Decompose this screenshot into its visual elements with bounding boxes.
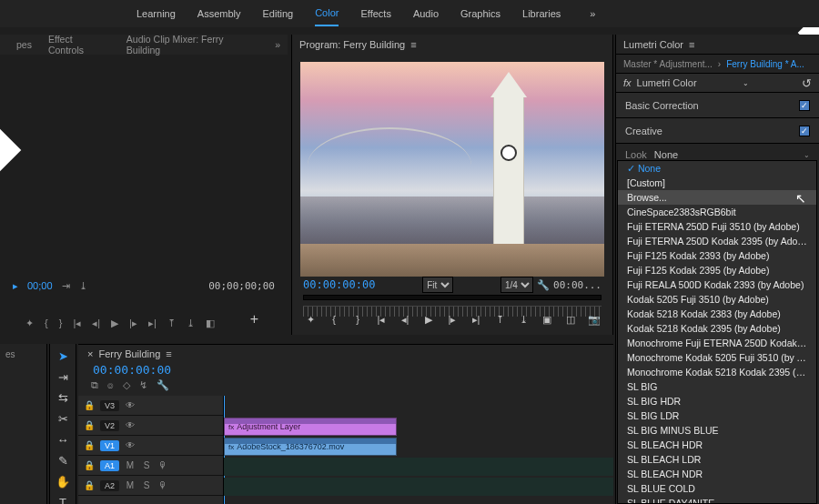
source-tab-effect-controls[interactable]: Effect Controls — [48, 34, 110, 55]
look-menu-item[interactable]: Fuji ETERNA 250D Fuji 3510 (by Adobe) — [618, 219, 816, 234]
chevron-down-icon[interactable]: ⌄ — [804, 151, 810, 159]
look-menu-item[interactable]: CineSpace2383sRGB6bit — [618, 205, 816, 219]
ripple-edit-tool-icon[interactable]: ⇆ — [55, 391, 71, 405]
look-menu-item[interactable]: Kodak 5205 Fuji 3510 (by Adobe) — [618, 292, 816, 307]
workspace-tab-editing[interactable]: Editing — [263, 2, 294, 25]
workspace-tab-graphics[interactable]: Graphics — [460, 2, 500, 25]
lock-icon[interactable]: 🔒 — [84, 480, 95, 490]
track-area[interactable]: :00:0000:00:04:2300:00:09:2300:00:14:230… — [224, 396, 613, 504]
chevron-down-icon[interactable]: ⌄ — [743, 79, 749, 87]
selection-tool-icon[interactable]: ➤ — [55, 349, 71, 363]
look-menu-item[interactable]: Fuji F125 Kodak 2393 (by Adobe) — [618, 248, 816, 263]
look-menu-item[interactable]: SL BIG HDR — [618, 394, 816, 408]
goto-out-icon[interactable]: ▸| — [470, 314, 482, 326]
mark-in-icon[interactable]: { — [45, 318, 48, 328]
workspace-tab-effects[interactable]: Effects — [360, 2, 390, 25]
section-enable-checkbox[interactable]: ✓ — [799, 126, 810, 136]
zoom-fit-select[interactable]: Fit — [422, 277, 453, 293]
overwrite-icon[interactable]: ⤓ — [79, 280, 87, 292]
timeline-playhead-tc[interactable]: 00:00:00:00 — [78, 363, 613, 379]
hand-tool-icon[interactable]: ✋ — [55, 475, 71, 489]
solo-icon[interactable]: S — [141, 480, 152, 490]
sequence-name[interactable]: Ferry Building — [98, 348, 160, 359]
track-label[interactable]: A2 — [100, 480, 119, 491]
look-dropdown-menu[interactable]: None[Custom]Browse...CineSpace2383sRGB6b… — [617, 160, 817, 504]
add-marker-icon[interactable]: ✦ — [25, 318, 34, 329]
panel-menu-icon[interactable]: ≡ — [410, 39, 416, 50]
track-header-v2[interactable]: 🔒V2👁 — [78, 416, 223, 436]
look-menu-item[interactable]: SL BLEACH NDR — [618, 467, 816, 481]
play-icon[interactable]: ▶ — [422, 314, 435, 326]
look-menu-item[interactable]: Kodak 5218 Kodak 2383 (by Adobe) — [618, 307, 816, 321]
lift-icon[interactable]: ⤒ — [493, 314, 506, 326]
step-fwd-icon[interactable]: |▸ — [129, 318, 137, 329]
look-menu-item[interactable]: Monochrome Kodak 5218 Kodak 2395 (by Ado… — [618, 365, 816, 379]
look-menu-item[interactable]: Monochrome Fuji ETERNA 250D Kodak 2395 (… — [618, 336, 816, 350]
goto-in-icon[interactable]: |◂ — [375, 314, 388, 326]
track-header-a2[interactable]: 🔒A2MS🎙 — [78, 476, 223, 496]
reset-effect-icon[interactable]: ↺ — [802, 76, 812, 90]
add-marker-icon[interactable]: ✦ — [304, 314, 317, 326]
step-back-icon[interactable]: ◂| — [92, 318, 100, 329]
mark-in-icon[interactable]: { — [328, 314, 340, 325]
step-back-icon[interactable]: ◂| — [399, 314, 411, 326]
marker-in-icon[interactable]: ▸ — [13, 280, 18, 292]
lock-icon[interactable]: 🔒 — [84, 400, 95, 410]
source-tab-audio-mixer[interactable]: Audio Clip Mixer: Ferry Building — [126, 34, 258, 55]
track-header-v1[interactable]: 🔒V1👁 — [78, 436, 223, 456]
crumb-sequence[interactable]: Ferry Building * A... — [726, 59, 804, 69]
look-menu-item[interactable]: SL BIG MINUS BLUE — [618, 423, 816, 438]
track-header-v3[interactable]: 🔒V3👁 — [78, 396, 223, 416]
effect-name[interactable]: Lumetri Color — [637, 77, 697, 88]
step-fwd-icon[interactable]: |▸ — [446, 314, 459, 326]
workspace-tab-audio[interactable]: Audio — [413, 2, 439, 25]
mute-icon[interactable]: M — [125, 480, 136, 490]
panel-menu-icon[interactable]: ≡ — [689, 39, 694, 50]
audio-track-area[interactable] — [224, 478, 613, 496]
clip-adjustment-layer[interactable]: fx Adjustment Layer — [224, 418, 397, 436]
look-menu-item[interactable]: SL BIG LDR — [618, 408, 816, 423]
look-menu-item[interactable]: Kodak 5218 Kodak 2395 (by Adobe) — [618, 321, 816, 336]
goto-out-icon[interactable]: ▸| — [148, 318, 157, 329]
lock-icon[interactable]: 🔒 — [84, 460, 95, 470]
workspace-tab-assembly[interactable]: Assembly — [197, 2, 241, 25]
look-menu-item[interactable]: [Custom] — [618, 176, 816, 190]
play-icon[interactable]: ▶ — [111, 318, 118, 329]
look-menu-item[interactable]: Fuji F125 Kodak 2395 (by Adobe) — [618, 263, 816, 277]
track-label[interactable]: A1 — [100, 460, 119, 471]
insert-clip-icon[interactable]: ⤒ — [167, 318, 176, 329]
crumb-master[interactable]: Master * Adjustment... — [623, 59, 713, 69]
look-dropdown[interactable]: None — [654, 149, 796, 160]
look-menu-item[interactable]: SL BLUE COLD — [618, 481, 816, 496]
look-menu-item[interactable]: SL BLEACH HDR — [618, 438, 816, 452]
toggle-output-icon[interactable]: 👁 — [125, 440, 136, 450]
source-tabs-overflow-icon[interactable]: » — [275, 39, 280, 50]
panel-menu-icon[interactable]: ≡ — [166, 348, 171, 359]
track-label[interactable]: V3 — [100, 400, 119, 411]
settings-icon[interactable]: 🔧 — [537, 279, 550, 291]
solo-icon[interactable]: S — [141, 460, 152, 470]
mute-icon[interactable]: M — [125, 460, 136, 470]
voiceover-icon[interactable]: 🎙 — [157, 460, 168, 470]
section-enable-checkbox[interactable]: ✓ — [799, 100, 810, 111]
pen-tool-icon[interactable]: ✎ — [55, 454, 71, 468]
look-menu-item[interactable]: None — [618, 161, 816, 176]
linked-selection-icon[interactable]: ⌾ — [107, 379, 114, 394]
wrench-icon[interactable]: 🔧 — [157, 379, 169, 394]
slip-tool-icon[interactable]: ↔ — [55, 433, 71, 447]
audio-track-area[interactable] — [224, 458, 613, 476]
track-select-tool-icon[interactable]: ⇥ — [55, 370, 71, 384]
razor-tool-icon[interactable]: ✂ — [55, 412, 71, 426]
camera-icon[interactable]: 📷 — [588, 314, 601, 326]
marker-icon[interactable]: ◇ — [123, 379, 130, 394]
toggle-output-icon[interactable]: 👁 — [125, 400, 136, 410]
track-label[interactable]: V2 — [100, 420, 119, 431]
section-creative[interactable]: Creative ✓ — [616, 118, 819, 144]
button-editor-icon[interactable]: + — [250, 311, 258, 328]
track-header-a1[interactable]: 🔒A1MS🎙 — [78, 456, 223, 476]
look-menu-item[interactable]: Fuji REALA 500D Kodak 2393 (by Adobe) — [618, 277, 816, 292]
goto-in-icon[interactable]: |◂ — [73, 318, 81, 329]
project-tab-fragment[interactable]: es — [5, 349, 15, 359]
voiceover-icon[interactable]: 🎙 — [157, 480, 168, 490]
toggle-output-icon[interactable]: 👁 — [125, 420, 136, 430]
